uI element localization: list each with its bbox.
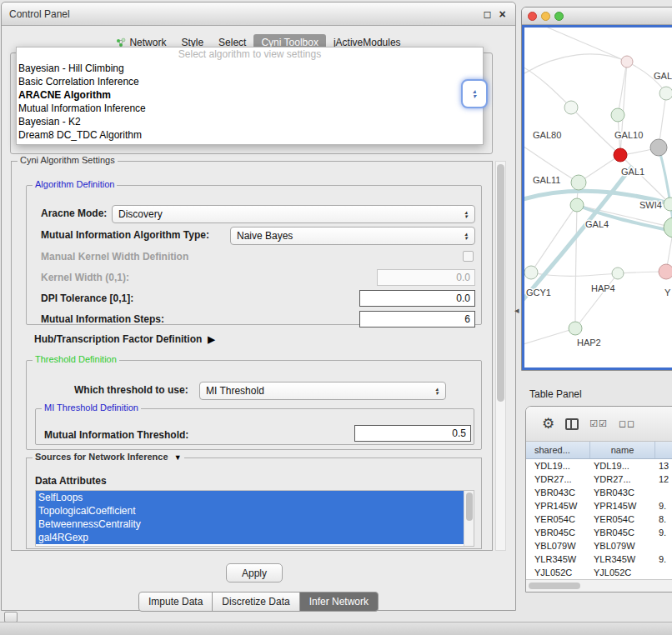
data-attribute-item-topologicalcoefficient[interactable]: TopologicalCoefficient	[36, 504, 464, 518]
node-label-y: Y	[664, 288, 671, 298]
select-all-checkboxes-icon[interactable]: ☑☑	[589, 418, 608, 429]
red-node[interactable]	[614, 148, 627, 162]
algorithm-definition-group: Algorithm Definition Aracne Mode: Discov…	[26, 185, 482, 325]
combo-arrows-icon: ▴▾	[460, 210, 472, 218]
sources-title-text: Sources for Network Inference	[35, 452, 168, 462]
dpi-tolerance-label: DPI Tolerance [0,1]:	[41, 292, 133, 304]
algorithm-option-bayesian-hill-climbing[interactable]: Bayesian - Hill Climbing	[17, 62, 483, 75]
table-horizontal-scrollbar[interactable]	[526, 579, 672, 592]
column-header-name[interactable]: name	[590, 442, 655, 458]
bottom-tab-discretize-data[interactable]: Discretize Data	[212, 592, 299, 612]
hap2-node[interactable]	[569, 322, 582, 335]
node-label-swi4: SWI4	[639, 200, 662, 210]
algorithm-option-bayesian-k2[interactable]: Bayesian - K2	[17, 115, 483, 128]
which-threshold-select[interactable]: MI Threshold ▴▾	[199, 382, 446, 400]
close-traffic-button[interactable]	[528, 12, 537, 21]
mi-type-select[interactable]: Naive Bayes ▴▾	[230, 227, 475, 245]
table-row[interactable]: YDR27...YDR27...12	[529, 472, 672, 486]
manual-kernel-checkbox[interactable]	[463, 251, 474, 262]
bottom-tab-infer-network[interactable]: Infer Network	[299, 592, 379, 612]
algorithm-option-dream8-dc-tdc-algorithm[interactable]: Dream8 DC_TDC Algorithm	[17, 128, 483, 142]
node-3[interactable]	[564, 101, 578, 114]
algorithm-option-basic-correlation-inference[interactable]: Basic Correlation Inference	[17, 75, 483, 88]
network-edge	[575, 205, 577, 328]
bottom-tab-impute-data[interactable]: Impute Data	[138, 592, 213, 612]
mi-threshold-input[interactable]	[354, 425, 471, 442]
cell-shared-name: YLR345W	[529, 554, 590, 564]
close-window-icon[interactable]: ×	[496, 8, 509, 21]
algorithm-option-aracne-algorithm[interactable]: ARACNE Algorithm	[17, 88, 483, 102]
cell-extra: 8.	[655, 514, 672, 524]
network-canvas[interactable]: GAL80GAL10GAL11GAL1SWI4GAL4GCY1HAP4HAP2G…	[524, 28, 672, 369]
attributes-scrollbar-thumb[interactable]	[466, 492, 473, 521]
settings-scrollbar-thumb[interactable]	[497, 164, 504, 402]
table-row[interactable]: YJL052CYJL052C	[529, 566, 672, 576]
gcy1-node[interactable]	[524, 266, 538, 279]
cell-name: YPR145W	[590, 501, 655, 511]
settings-scrollbar[interactable]	[495, 161, 506, 551]
gal11-node[interactable]	[571, 175, 586, 190]
node-label-gal4: GAL4	[585, 219, 609, 229]
cell-extra: 9.	[655, 528, 672, 538]
minimize-traffic-button[interactable]	[541, 12, 550, 21]
mi-steps-input[interactable]	[359, 311, 475, 328]
kernel-width-input[interactable]	[377, 269, 475, 286]
mi-type-value: Naive Bayes	[237, 230, 460, 242]
node-1[interactable]	[621, 56, 633, 68]
algorithm-option-mutual-information-inference[interactable]: Mutual Information Inference	[17, 102, 483, 115]
attributes-scrollbar[interactable]	[464, 491, 474, 546]
data-attribute-item-betweennesscentrality[interactable]: BetweennessCentrality	[36, 518, 464, 531]
settings-gear-icon[interactable]: ⚙	[542, 417, 554, 431]
table-toolbar: ⚙ ☑☑ ◻◻	[526, 407, 672, 442]
threshold-definition-title: Threshold Definition	[33, 354, 119, 364]
table-row[interactable]: YER054CYER054C8.	[529, 512, 672, 526]
node-label-gal7: GAL7	[654, 71, 672, 81]
network-window-titlebar[interactable]	[522, 8, 672, 25]
pink-node[interactable]	[659, 264, 672, 279]
cell-extra: 13	[655, 461, 672, 471]
collapse-down-arrow-icon: ▼	[174, 453, 182, 462]
sources-group-title[interactable]: Sources for Network Inference ▼	[33, 452, 184, 462]
apply-button[interactable]: Apply	[226, 563, 283, 582]
table-row[interactable]: YBL079WYBL079W	[529, 539, 672, 552]
gal10-node[interactable]	[650, 139, 667, 156]
hub-definition-expander[interactable]: Hub/Transcription Factor Definition ▶	[34, 333, 215, 345]
swi4-node[interactable]	[664, 198, 672, 211]
table-row[interactable]: YLR345WYLR345W9.	[529, 552, 672, 566]
dpi-tolerance-input[interactable]	[359, 290, 475, 307]
clear-checkboxes-icon[interactable]: ◻◻	[619, 418, 635, 429]
cell-shared-name: YBR045C	[529, 528, 590, 538]
zoom-traffic-button[interactable]	[554, 12, 564, 21]
column-header-extra[interactable]	[655, 442, 672, 458]
node-2[interactable]	[659, 87, 672, 100]
data-attribute-item-gal4rgexp[interactable]: gal4RGexp	[36, 531, 464, 544]
algorithm-dropdown-options: Bayesian - Hill ClimbingBasic Correlatio…	[17, 62, 483, 142]
table-row[interactable]: YBR043CYBR043C	[529, 486, 672, 499]
control-panel-titlebar[interactable]: Control Panel ◻ ×	[2, 2, 515, 26]
node-4[interactable]	[611, 108, 624, 122]
network-view-frame: GAL80GAL10GAL11GAL1SWI4GAL4GCY1HAP4HAP2G…	[522, 25, 672, 370]
columns-icon[interactable]	[565, 418, 579, 430]
splitter-collapse-icon[interactable]: ◂	[514, 305, 519, 316]
aracne-mode-select[interactable]: Discovery ▴▾	[112, 205, 475, 223]
combo-down-arrow-icon: ▾	[464, 236, 468, 240]
node-10[interactable]	[664, 218, 672, 238]
cell-name: YJL052C	[590, 568, 655, 576]
gal4-node[interactable]	[570, 198, 584, 212]
network-edge	[618, 62, 627, 115]
data-attribute-item-selfloops[interactable]: SelfLoops	[36, 491, 464, 504]
column-header-shared-name[interactable]: shared...	[529, 442, 590, 458]
table-row[interactable]: YBR045CYBR045C9.	[529, 526, 672, 539]
table-row[interactable]: YPR145WYPR145W9.	[529, 499, 672, 512]
cell-name: YDR27...	[590, 474, 655, 484]
algorithm-combo-button[interactable]: ▴ ▾	[461, 79, 488, 108]
table-hscroll-thumb[interactable]	[529, 582, 580, 589]
algorithm-dropdown: Select algorithm to view settings Bayesi…	[16, 47, 484, 145]
table-row[interactable]: YDL19...YDL19...13	[529, 459, 672, 472]
combo-down-arrow-icon: ▾	[473, 94, 476, 99]
node-12[interactable]	[612, 268, 624, 279]
mi-threshold-label: Mutual Information Threshold:	[44, 429, 188, 441]
kernel-width-label: Kernel Width (0,1):	[41, 272, 129, 283]
float-window-icon[interactable]: ◻	[481, 8, 494, 21]
aracne-mode-value: Discovery	[118, 208, 460, 220]
